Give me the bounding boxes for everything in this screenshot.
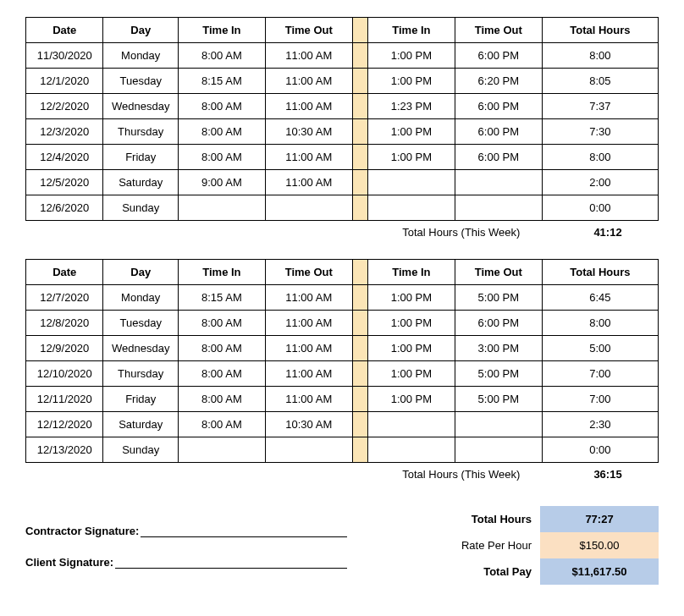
hdr-time-out-2: Time Out [455,18,542,43]
cell-out1: 11:00 AM [265,43,352,69]
hdr-time-out-1: Time Out [265,18,352,43]
summary-total-pay: Total Pay $11,617.50 [422,558,659,585]
cell-in2: 1:00 PM [367,387,455,412]
cell-in2: 1:00 PM [367,361,455,387]
cell-in2: 1:23 PM [367,94,455,119]
cell-total: 2:00 [542,170,658,195]
hdr-date: Date [26,18,103,43]
gap-cell [352,145,367,170]
cell-in2: 1:00 PM [367,336,455,361]
cell-out1: 10:30 AM [265,119,352,145]
total-pay-value: $11,617.50 [540,558,659,585]
hdr-time-in-2: Time In [367,260,455,285]
summary-rate: Rate Per Hour $150.00 [422,532,659,558]
cell-total: 7:00 [542,361,658,387]
hdr-date: Date [26,260,103,285]
gap-cell [352,69,367,94]
cell-out1: 11:00 AM [265,69,352,94]
client-sig-label: Client Signature: [25,556,113,569]
cell-in1: 8:00 AM [178,119,265,145]
cell-date: 12/9/2020 [26,336,103,361]
cell-in1: 8:00 AM [178,412,265,437]
cell-total: 7:00 [542,387,658,412]
week1-total-value: 41:12 [557,226,659,239]
cell-in1: 8:00 AM [178,361,265,387]
cell-in2: 1:00 PM [367,145,455,170]
cell-out2: 6:00 PM [455,43,542,69]
cell-out1: 11:00 AM [265,170,352,195]
gap-col [352,18,367,43]
cell-out2: 6:00 PM [455,311,542,336]
contractor-sig-line[interactable] [141,525,347,537]
cell-date: 12/12/2020 [26,412,103,437]
week2-total-value: 36:15 [557,468,659,481]
cell-day: Monday [103,285,179,311]
client-sig-line[interactable] [115,557,347,569]
timesheet-week1: Date Day Time In Time Out Time In Time O… [25,17,659,221]
hdr-time-out-2: Time Out [455,260,542,285]
table-row: 12/7/2020 Monday 8:15 AM 11:00 AM 1:00 P… [26,285,659,311]
cell-total: 7:37 [542,94,658,119]
client-signature: Client Signature: [25,556,347,569]
cell-date: 12/7/2020 [26,285,103,311]
total-hours-label: Total Hours [422,506,540,532]
gap-cell [352,119,367,145]
total-pay-label: Total Pay [422,558,540,585]
cell-out2: 5:00 PM [455,361,542,387]
cell-in2: 1:00 PM [367,69,455,94]
cell-in1: 8:00 AM [178,336,265,361]
table-row: 12/2/2020 Wednesday 8:00 AM 11:00 AM 1:2… [26,94,659,119]
cell-out2 [455,170,542,195]
week1-total: Total Hours (This Week) 41:12 [25,226,659,239]
cell-date: 12/13/2020 [26,437,103,463]
cell-day: Friday [103,145,179,170]
cell-date: 11/30/2020 [26,43,103,69]
cell-out2: 3:00 PM [455,336,542,361]
gap-cell [352,412,367,437]
cell-in1: 8:00 AM [178,145,265,170]
cell-total: 5:00 [542,336,658,361]
timesheet-week2: Date Day Time In Time Out Time In Time O… [25,259,659,463]
cell-date: 12/4/2020 [26,145,103,170]
cell-in1 [178,195,265,221]
week2-total: Total Hours (This Week) 36:15 [25,468,659,481]
cell-total: 7:30 [542,119,658,145]
cell-out2: 6:00 PM [455,145,542,170]
cell-total: 8:00 [542,311,658,336]
cell-date: 12/10/2020 [26,361,103,387]
cell-out1 [265,437,352,463]
hdr-total: Total Hours [542,18,658,43]
hdr-total: Total Hours [542,260,658,285]
table-row: 12/12/2020 Saturday 8:00 AM 10:30 AM 2:3… [26,412,659,437]
table-row: 12/11/2020 Friday 8:00 AM 11:00 AM 1:00 … [26,387,659,412]
hdr-day: Day [103,18,179,43]
week1-total-label: Total Hours (This Week) [402,226,520,239]
cell-in1: 8:00 AM [178,311,265,336]
hdr-day: Day [103,260,179,285]
gap-cell [352,195,367,221]
contractor-signature: Contractor Signature: [25,525,347,537]
cell-in2 [367,195,455,221]
footer: Contractor Signature: Client Signature: … [25,506,659,585]
header-row: Date Day Time In Time Out Time In Time O… [26,18,659,43]
hdr-time-in-1: Time In [178,260,265,285]
cell-in1 [178,437,265,463]
hdr-time-in-1: Time In [178,18,265,43]
cell-day: Saturday [103,170,179,195]
gap-cell [352,437,367,463]
hdr-time-out-1: Time Out [265,260,352,285]
cell-in2: 1:00 PM [367,285,455,311]
cell-out2: 6:00 PM [455,94,542,119]
cell-out1: 11:00 AM [265,387,352,412]
gap-col [352,260,367,285]
table-row: 12/10/2020 Thursday 8:00 AM 11:00 AM 1:0… [26,361,659,387]
cell-in1: 8:15 AM [178,285,265,311]
gap-cell [352,43,367,69]
cell-total: 0:00 [542,195,658,221]
summary-table: Total Hours 77:27 Rate Per Hour $150.00 … [422,506,659,585]
cell-out1: 11:00 AM [265,361,352,387]
cell-total: 0:00 [542,437,658,463]
rate-value: $150.00 [540,532,659,558]
cell-date: 12/8/2020 [26,311,103,336]
cell-out2: 6:00 PM [455,119,542,145]
